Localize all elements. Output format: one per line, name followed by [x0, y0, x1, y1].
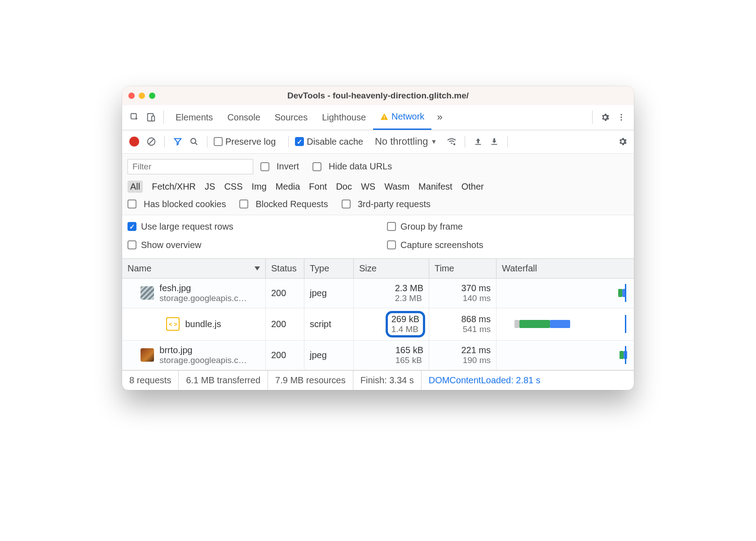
invert-label: Invert	[277, 161, 299, 172]
status-bar: 8 requests 6.1 MB transferred 7.9 MB res…	[122, 370, 634, 390]
col-waterfall[interactable]: Waterfall	[497, 259, 634, 278]
filter-bar: Invert Hide data URLs AllFetch/XHRJSCSSI…	[122, 154, 634, 215]
col-time[interactable]: Time	[429, 259, 497, 278]
type-filters: AllFetch/XHRJSCSSImgMediaFontDocWSWasmMa…	[127, 181, 629, 193]
type-filter-css[interactable]: CSS	[224, 182, 242, 192]
svg-point-6	[620, 116, 622, 118]
network-conditions-icon[interactable]	[445, 135, 458, 148]
svg-rect-2	[152, 116, 154, 121]
cell-waterfall	[497, 308, 634, 340]
has-blocked-cookies-checkbox[interactable]	[127, 200, 136, 208]
cell-time: 221 ms190 ms	[429, 341, 497, 370]
filter-icon[interactable]	[171, 135, 185, 148]
chevron-down-icon: ▼	[431, 138, 437, 145]
cell-status: 200	[266, 279, 304, 308]
cell-waterfall	[497, 279, 634, 308]
table-row[interactable]: < >bundle.js200script269 kB1.4 MB868 ms5…	[122, 308, 634, 341]
window-title: DevTools - foul-heavenly-direction.glitc…	[122, 91, 634, 101]
large-rows-checkbox[interactable]	[127, 222, 136, 231]
table-row[interactable]: fesh.jpgstorage.googleapis.c…200jpeg2.3 …	[122, 279, 634, 308]
cell-waterfall	[497, 341, 634, 370]
svg-point-7	[620, 119, 622, 120]
network-settings-icon[interactable]	[616, 135, 629, 148]
tab-sources[interactable]: Sources	[268, 105, 315, 130]
cell-size: 269 kB1.4 MB	[354, 308, 429, 340]
type-filter-img[interactable]: Img	[252, 182, 267, 192]
clear-icon[interactable]	[145, 135, 158, 148]
image-file-icon	[141, 348, 154, 362]
cell-type: jpeg	[304, 279, 354, 308]
hide-data-urls-label: Hide data URLs	[329, 161, 392, 172]
show-overview-checkbox[interactable]	[127, 240, 136, 249]
group-by-frame-checkbox[interactable]	[387, 222, 396, 231]
col-name[interactable]: Name	[122, 259, 266, 278]
request-name: brrto.jpg	[159, 345, 246, 355]
svg-line-9	[149, 139, 154, 144]
type-filter-font[interactable]: Font	[309, 182, 327, 192]
status-transferred: 6.1 MB transferred	[179, 371, 268, 390]
throttling-select[interactable]: No throttling ▼	[375, 136, 437, 147]
cell-time: 370 ms140 ms	[429, 279, 497, 308]
svg-rect-3	[384, 115, 385, 118]
tab-lighthouse[interactable]: Lighthouse	[315, 105, 373, 130]
more-tabs-button[interactable]: »	[431, 111, 448, 123]
disable-cache-checkbox[interactable]	[295, 137, 304, 146]
col-type[interactable]: Type	[304, 259, 354, 278]
search-icon[interactable]	[187, 135, 201, 148]
tab-console[interactable]: Console	[220, 105, 267, 130]
type-filter-ws[interactable]: WS	[361, 182, 375, 192]
kebab-menu-icon[interactable]	[613, 109, 629, 125]
network-toolbar: Preserve log Disable cache No throttling…	[122, 130, 634, 154]
minimize-window-button[interactable]	[139, 93, 145, 99]
type-filter-media[interactable]: Media	[276, 182, 300, 192]
image-file-icon	[141, 286, 154, 300]
has-blocked-cookies-label: Has blocked cookies	[144, 199, 226, 209]
type-filter-fetchxhr[interactable]: Fetch/XHR	[152, 182, 196, 192]
type-filter-other[interactable]: Other	[462, 182, 484, 192]
inspect-element-icon[interactable]	[127, 109, 143, 125]
warning-icon	[380, 113, 388, 121]
type-filter-doc[interactable]: Doc	[336, 182, 352, 192]
invert-checkbox[interactable]	[260, 162, 269, 171]
svg-rect-14	[492, 144, 497, 145]
table-row[interactable]: brrto.jpgstorage.googleapis.c…200jpeg165…	[122, 341, 634, 370]
tab-elements[interactable]: Elements	[168, 105, 220, 130]
col-size[interactable]: Size	[354, 259, 429, 278]
download-har-icon[interactable]	[488, 135, 501, 148]
cell-type: script	[304, 308, 354, 340]
third-party-label: 3rd-party requests	[358, 199, 431, 209]
hide-data-urls-checkbox[interactable]	[312, 162, 321, 171]
preserve-log-checkbox[interactable]	[214, 137, 223, 146]
type-filter-js[interactable]: JS	[205, 182, 215, 192]
blocked-requests-checkbox[interactable]	[239, 200, 248, 208]
filter-input[interactable]	[127, 159, 253, 174]
upload-har-icon[interactable]	[471, 135, 485, 148]
sort-indicator-icon	[255, 266, 260, 270]
request-name: fesh.jpg	[159, 283, 246, 293]
record-button[interactable]	[129, 137, 139, 146]
col-status[interactable]: Status	[266, 259, 304, 278]
third-party-checkbox[interactable]	[342, 200, 351, 208]
status-resources: 7.9 MB resources	[268, 371, 353, 390]
svg-point-5	[620, 114, 622, 115]
show-overview-label: Show overview	[141, 240, 202, 250]
type-filter-manifest[interactable]: Manifest	[418, 182, 453, 192]
display-options: Use large request rows Group by frame Sh…	[122, 215, 634, 259]
close-window-button[interactable]	[128, 93, 135, 99]
settings-icon[interactable]	[597, 109, 613, 125]
cell-status: 200	[266, 308, 304, 340]
zoom-window-button[interactable]	[149, 93, 155, 99]
window-controls	[128, 93, 155, 99]
request-domain: storage.googleapis.c…	[159, 355, 246, 365]
tab-network[interactable]: Network	[373, 105, 431, 130]
capture-screenshots-checkbox[interactable]	[387, 240, 396, 249]
cell-size: 165 kB165 kB	[354, 341, 429, 370]
cell-size: 2.3 MB2.3 MB	[354, 279, 429, 308]
svg-rect-13	[475, 144, 481, 145]
type-filter-wasm[interactable]: Wasm	[384, 182, 409, 192]
disable-cache-label: Disable cache	[307, 137, 363, 147]
svg-line-11	[195, 143, 198, 145]
script-file-icon: < >	[166, 317, 180, 331]
device-toolbar-icon[interactable]	[143, 109, 159, 125]
type-filter-all[interactable]: All	[127, 181, 143, 193]
